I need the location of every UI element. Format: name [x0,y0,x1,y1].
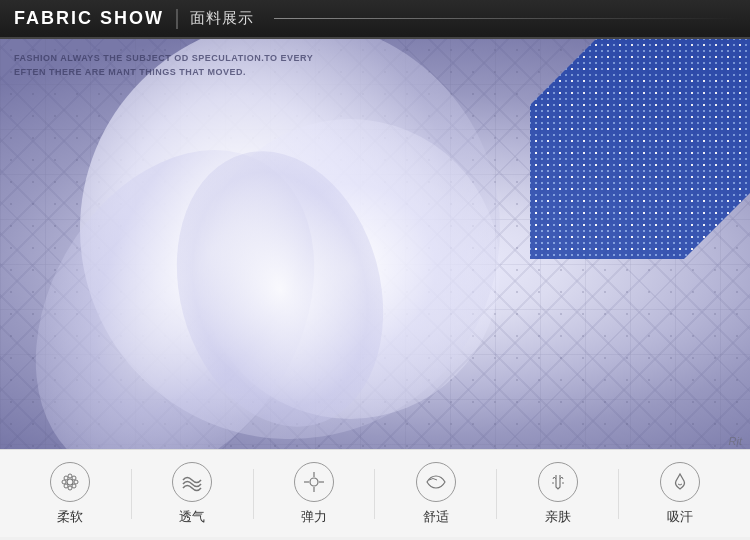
elastic-label: 弹力 [301,508,327,526]
breathable-label: 透气 [179,508,205,526]
comfort-icon [416,462,456,502]
header-divider [176,9,178,29]
breathable-icon [172,462,212,502]
svg-point-0 [67,479,73,485]
header-title-cn: 面料展示 [190,9,254,28]
soft-label: 柔软 [57,508,83,526]
header-title-en: FABRIC SHOW [14,8,164,29]
svg-point-8 [72,484,76,488]
svg-point-7 [64,484,68,488]
svg-point-4 [74,480,78,484]
feature-item-absorb: 吸汗 [619,462,740,526]
feature-item-breathable: 透气 [132,462,253,526]
header-bar: FABRIC SHOW 面料展示 [0,0,750,39]
absorb-label: 吸汗 [667,508,693,526]
tagline-line1: FASHION ALWAYS THE SUBJECT OD SPECULATIO… [14,51,313,65]
svg-point-6 [72,476,76,480]
absorb-icon [660,462,700,502]
svg-point-5 [64,476,68,480]
feature-item-skin: 亲肤 [497,462,618,526]
svg-point-9 [310,478,318,486]
header-line [274,18,736,19]
comfort-label: 舒适 [423,508,449,526]
skin-icon [538,462,578,502]
elastic-icon [294,462,334,502]
svg-point-1 [68,474,72,478]
soft-icon [50,462,90,502]
fabric-tagline: FASHION ALWAYS THE SUBJECT OD SPECULATIO… [14,51,313,80]
skin-label: 亲肤 [545,508,571,526]
fabric-image-area: FASHION ALWAYS THE SUBJECT OD SPECULATIO… [0,39,750,449]
blue-dot-pattern [530,39,750,259]
svg-point-3 [62,480,66,484]
features-bar: 柔软 透气 弹力 舒适 亲肤 吸汗 [0,449,750,537]
feature-item-soft: 柔软 [10,462,131,526]
svg-point-2 [68,486,72,490]
feature-item-comfort: 舒适 [375,462,496,526]
feature-item-elastic: 弹力 [254,462,375,526]
watermark: Rit [729,435,742,447]
tagline-line2: EFTEN THERE ARE MANT THINGS THAT MOVED. [14,65,313,79]
